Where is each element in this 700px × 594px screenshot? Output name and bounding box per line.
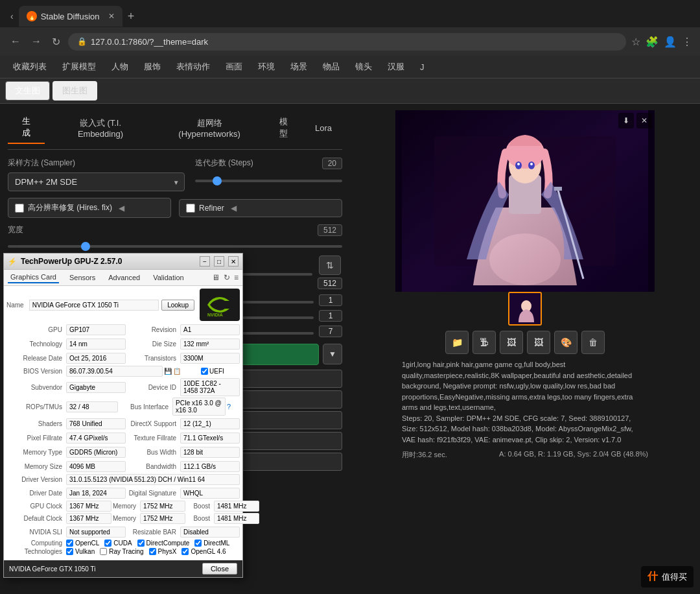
gpuz-directx-value: 12 (12_1) [180,418,240,429]
gpuz-gpu-clock-value: 1367 MHz [66,501,111,512]
sampler-select[interactable]: DPM++ 2M SDE [8,172,185,191]
thumbnail-row [508,292,542,326]
top-nav-hanfu[interactable]: 汉服 [380,56,412,78]
top-nav-favorites[interactable]: 收藏列表 [5,56,54,78]
forward-button[interactable]: → [29,33,44,50]
top-nav-characters[interactable]: 人物 [104,56,136,78]
compress-button[interactable]: 🗜 [472,331,496,354]
top-nav-more[interactable]: J [412,57,432,77]
bookmark-button[interactable]: ☆ [631,36,640,48]
new-tab-button[interactable]: + [122,7,140,26]
gpuz-opencl-checkbox[interactable] [66,540,73,547]
gpuz-bus-width-value: 128 bit [180,447,240,458]
top-nav: 收藏列表 扩展模型 人物 服饰 表情动作 画面 环境 场景 物品 镜头 汉服 J [0,56,700,78]
gpuz-lookup-button[interactable]: Lookup [161,300,194,311]
gpuz-close-footer-button[interactable]: Close [202,563,237,575]
gpuz-tab-sensors[interactable]: Sensors [67,272,98,283]
gpuz-save-icon[interactable]: 💾 [164,368,172,375]
gpuz-restore-button[interactable]: □ [214,256,224,267]
gpuz-minimize-button[interactable]: − [200,256,210,267]
refiner-checkbox[interactable] [186,204,195,213]
hires-fix-expand[interactable]: ◀ [116,204,127,213]
url-bar[interactable]: 🔒 127.0.0.1:7860/?__theme=dark [68,33,626,51]
gpuz-tab-graphics-card[interactable]: Graphics Card [8,272,59,283]
gpuz-close-button[interactable]: ✕ [228,256,239,267]
generated-image [395,110,655,292]
reload-button[interactable]: ↻ [49,33,63,51]
image-close-button[interactable]: ✕ [636,113,652,128]
style-select-button[interactable]: ▼ [323,344,342,364]
tab-prev-button[interactable]: ‹ [5,8,19,24]
tab-embedding[interactable]: 嵌入式 (T.I. Embedding) [47,112,154,144]
top-nav-location[interactable]: 场景 [283,56,315,78]
gpuz-tab-validation[interactable]: Validation [150,272,187,283]
gpuz-driver-version-value: 31.0.15.5123 (NVIDIA 551.23) DCH / Win11… [66,474,240,485]
top-nav-environment[interactable]: 环境 [250,56,283,78]
steps-value: 20 [322,158,342,169]
gpuz-footer: NVIDIA GeForce GTX 1050 Ti Close [4,560,242,577]
refiner-label: Refiner [199,204,224,213]
image-info-button[interactable]: 🖼 [527,331,550,354]
gpuz-resizable-bar-value: Disabled [180,527,240,538]
extensions-button[interactable]: 🧩 [646,36,659,48]
menu-button[interactable]: ⋮ [682,36,692,48]
gpuz-uefi-checkbox[interactable] [201,368,208,375]
tab-generate[interactable]: 生成 [8,112,45,144]
gpuz-bus-width-label: Bus Width [127,449,179,456]
sub-nav-txt2img[interactable]: 文生图 [5,81,50,101]
generation-info: Steps: 20, Sampler: DPM++ 2M SDE, CFG sc… [402,414,633,444]
gpuz-vulkan-checkbox[interactable] [66,548,73,555]
gpuz-tab-advanced[interactable]: Advanced [106,272,143,283]
trash-button[interactable]: 🗑 [581,331,605,354]
active-tab[interactable]: 🔥 Stable Diffusion ✕ [19,6,122,27]
gpuz-icon-menu[interactable]: ≡ [234,273,239,282]
tab-lora[interactable]: Lora [305,112,342,144]
gpuz-transistors-value: 3300M [180,353,240,364]
gpuz-bus-info-icon[interactable]: ? [227,403,240,410]
stats-row: 用时:36.2 sec. A: 0.64 GB, R: 1.19 GB, Sys… [402,450,648,460]
tab-model[interactable]: 模型 [265,112,302,144]
gpuz-ray-tracing-checkbox[interactable] [100,548,107,555]
width-slider[interactable] [8,245,342,248]
gpuz-icon-monitor[interactable]: 🖥 [212,273,220,282]
top-nav-lens[interactable]: 镜头 [347,56,380,78]
gpuz-copy-icon[interactable]: 📋 [173,368,181,375]
gpuz-opengl-checkbox[interactable] [181,548,189,555]
gpuz-directcompute-checkbox[interactable] [137,540,145,547]
tab-hypernetworks[interactable]: 超网络 (Hypernetworks) [156,112,262,144]
gpuz-die-size-label: Die Size [127,340,179,348]
gpuz-cuda-label: CUDA [104,540,132,547]
watermark-icon: 什 [648,570,658,584]
gpuz-vulkan-label: Vulkan [66,548,95,555]
image-thumbnail[interactable] [508,292,542,326]
image-download-button[interactable]: ⬇ [618,113,634,128]
gpuz-texture-fillrate-value: 71.1 GTexel/s [180,433,240,444]
share-button[interactable]: 🖼 [500,331,523,354]
memory-info: A: 0.64 GB, R: 1.19 GB, Sys: 2.0/4 GB (4… [499,450,648,460]
gpuz-default-mem-label: Memory [113,515,139,522]
gpuz-name-field[interactable] [29,300,159,311]
top-nav-items[interactable]: 物品 [315,56,347,78]
profile-button[interactable]: 👤 [664,36,677,48]
gpuz-memory-type-value: GDDR5 (Micron) [66,447,126,458]
sub-nav-img2img[interactable]: 图生图 [52,81,97,101]
gpuz-icon-refresh[interactable]: ↻ [224,273,230,282]
top-nav-expressions[interactable]: 表情动作 [169,56,218,78]
steps-slider[interactable] [195,180,342,182]
top-nav-clothing[interactable]: 服饰 [136,56,169,78]
gpuz-physx-checkbox[interactable] [149,548,156,555]
folder-button[interactable]: 📁 [445,331,469,354]
back-button[interactable]: ← [8,33,23,50]
gpuz-directml-checkbox[interactable] [194,540,202,547]
top-nav-scene[interactable]: 画面 [218,56,250,78]
batch-size-value: 1 [319,310,342,322]
swap-dimensions-button[interactable]: ⇅ [319,255,341,275]
hires-fix-checkbox[interactable] [15,204,24,213]
gpuz-rops-label: ROPs/TMUs [6,403,65,410]
tab-favicon: 🔥 [27,11,37,21]
palette-button[interactable]: 🎨 [554,331,578,354]
top-nav-extensions[interactable]: 扩展模型 [54,56,104,78]
gpuz-cuda-checkbox[interactable] [104,540,111,547]
refiner-expand[interactable]: ◀ [228,204,239,213]
tab-close-button[interactable]: ✕ [108,12,115,21]
